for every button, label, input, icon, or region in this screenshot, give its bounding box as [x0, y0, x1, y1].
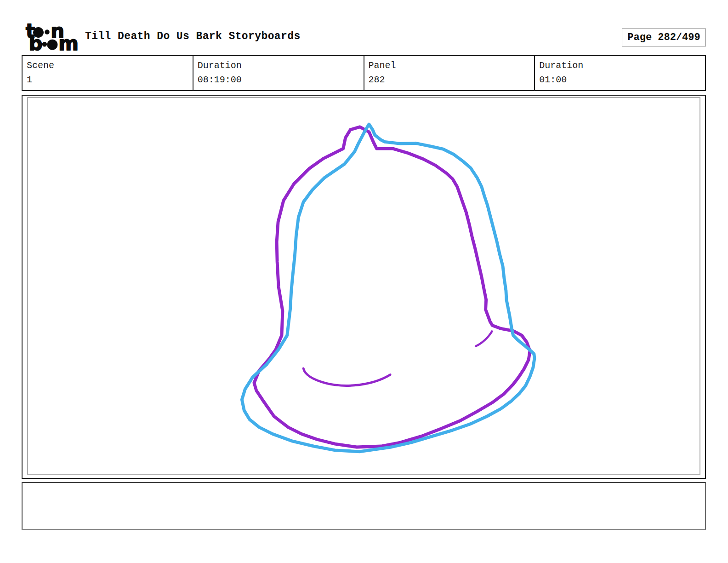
camera-frame — [27, 97, 700, 475]
panel-duration-label: Duration — [539, 58, 705, 73]
scene-value: 1 — [27, 73, 193, 87]
info-cell-scene: Scene 1 — [23, 56, 193, 90]
storyboard-page: t n b m Till Death Do Us Bark Storyboard… — [0, 0, 728, 563]
panel-value: 282 — [369, 73, 535, 87]
bell-accent-bottom — [303, 368, 390, 385]
bell-accent-right — [476, 331, 492, 346]
logo-letter-m: m — [58, 32, 79, 52]
bell-sketch — [28, 98, 700, 474]
storyboard-panel-frame — [22, 95, 706, 479]
logo-small-dot-1 — [45, 29, 49, 34]
bell-outline-purple — [254, 127, 530, 447]
page-number-box: Page 282/499 — [622, 29, 706, 46]
info-cell-scene-duration: Duration 08:19:00 — [193, 56, 364, 90]
info-cell-panel-duration: Duration 01:00 — [534, 56, 705, 90]
logo-big-dot-2 — [47, 40, 58, 50]
scene-duration-value: 08:19:00 — [198, 73, 364, 87]
panel-info-row: Scene 1 Duration 08:19:00 Panel 282 Dura… — [22, 55, 706, 91]
scene-duration-label: Duration — [198, 58, 364, 73]
page-number-label: Page 282/499 — [627, 32, 700, 43]
logo-small-dot-2 — [42, 42, 47, 46]
document-title: Till Death Do Us Bark Storyboards — [85, 30, 301, 42]
logo-letter-b: b — [29, 32, 43, 52]
panel-duration-value: 01:00 — [539, 73, 705, 87]
info-cell-panel: Panel 282 — [364, 56, 535, 90]
toonboom-logo: t n b m — [25, 23, 79, 52]
panel-label: Panel — [369, 58, 535, 73]
scene-label: Scene — [27, 58, 193, 73]
caption-box — [22, 482, 706, 530]
